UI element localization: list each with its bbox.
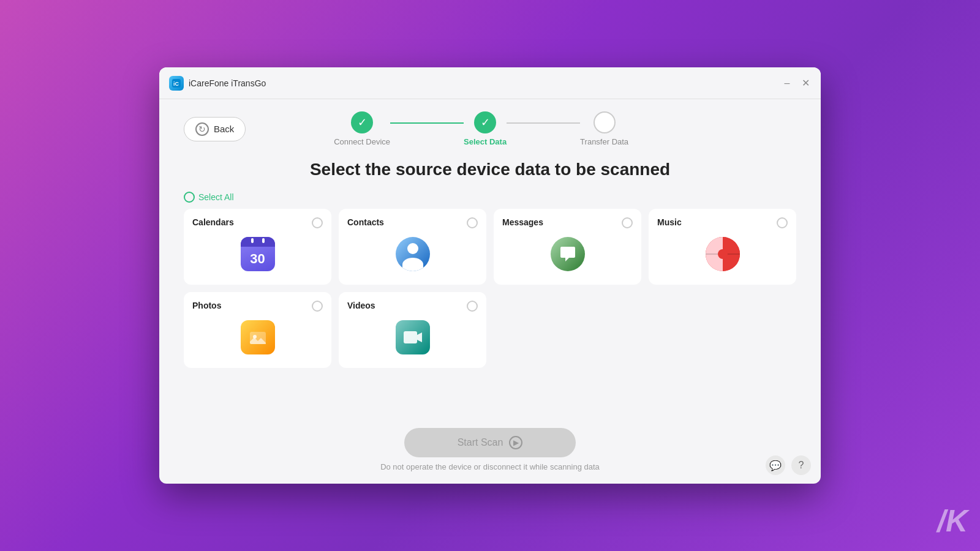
window-controls: – ✕ <box>782 78 811 89</box>
card-messages-label: Messages <box>502 217 543 228</box>
card-music-label: Music <box>657 217 682 228</box>
card-videos-header: Videos <box>347 301 478 312</box>
watermark: /K <box>937 503 968 539</box>
bottom-section: Start Scan ▶ Do not operate the device o… <box>184 428 796 471</box>
calendar-icon: 30 <box>239 236 276 272</box>
step-transfer-data: Transfer Data <box>580 111 628 146</box>
back-button[interactable]: ↻ Back <box>184 117 246 141</box>
connector-1 <box>390 122 464 124</box>
card-calendars-radio[interactable] <box>312 217 323 228</box>
disclaimer-text: Do not operate the device or disconnect … <box>380 462 600 471</box>
page-title: Select the source device data to be scan… <box>310 160 670 179</box>
select-all-row: Select All <box>184 192 796 203</box>
title-bar: iC iCareFone iTransGo – ✕ <box>159 67 821 99</box>
svg-rect-4 <box>404 331 417 343</box>
select-all-text: Select All <box>198 192 234 202</box>
card-photos-radio[interactable] <box>312 301 323 312</box>
card-photos-label: Photos <box>192 301 221 312</box>
card-messages[interactable]: Messages <box>494 209 641 285</box>
card-music-header: Music <box>657 217 788 228</box>
start-scan-label: Start Scan <box>458 437 503 448</box>
app-logo: iC <box>169 76 184 91</box>
step-select-data: ✓ Select Data <box>464 111 507 146</box>
card-messages-radio[interactable] <box>622 217 633 228</box>
minimize-button[interactable]: – <box>782 78 793 89</box>
step3-circle <box>594 111 616 133</box>
card-contacts-label: Contacts <box>347 217 384 228</box>
close-button[interactable]: ✕ <box>800 78 811 89</box>
card-contacts-header: Contacts <box>347 217 478 228</box>
start-scan-button[interactable]: Start Scan ▶ <box>404 428 576 457</box>
card-videos-radio[interactable] <box>467 301 478 312</box>
main-content: ↻ Back ✓ Connect Device ✓ Select Data <box>159 99 821 484</box>
app-title: iCareFone iTransGo <box>189 78 782 88</box>
card-music[interactable]: Music <box>649 209 796 285</box>
step1-label: Connect Device <box>334 137 390 146</box>
card-messages-header: Messages <box>502 217 633 228</box>
top-row: ↻ Back ✓ Connect Device ✓ Select Data <box>184 111 796 146</box>
back-circle-icon: ↻ <box>195 122 209 136</box>
back-label: Back <box>214 124 234 134</box>
chat-icon[interactable]: 💬 <box>766 455 785 475</box>
help-icon[interactable]: ? <box>791 455 811 475</box>
card-photos-header: Photos <box>192 301 323 312</box>
start-scan-icon: ▶ <box>509 436 522 449</box>
stepper: ✓ Connect Device ✓ Select Data Transfer … <box>246 111 717 146</box>
empty-card-2 <box>649 292 796 368</box>
step2-circle: ✓ <box>474 111 496 133</box>
messages-icon <box>549 236 586 272</box>
app-window: iC iCareFone iTransGo – ✕ ↻ Back ✓ Conne… <box>159 67 821 484</box>
select-all-label[interactable]: Select All <box>184 192 234 203</box>
step3-label: Transfer Data <box>580 137 628 146</box>
empty-card-1 <box>494 292 641 368</box>
card-videos-label: Videos <box>347 301 375 312</box>
card-contacts-radio[interactable] <box>467 217 478 228</box>
select-all-radio[interactable] <box>184 192 195 203</box>
card-calendars-label: Calendars <box>192 217 234 228</box>
step-connect-device: ✓ Connect Device <box>334 111 390 146</box>
contacts-icon <box>394 236 431 272</box>
card-photos[interactable]: Photos <box>184 292 331 368</box>
card-videos[interactable]: Videos <box>339 292 486 368</box>
music-icon <box>704 236 741 272</box>
card-music-radio[interactable] <box>777 217 788 228</box>
svg-text:iC: iC <box>173 81 179 87</box>
bottom-right-icons: 💬 ? <box>766 455 811 475</box>
card-contacts[interactable]: Contacts <box>339 209 486 285</box>
photos-icon <box>239 319 276 356</box>
step2-label: Select Data <box>464 137 507 146</box>
data-grid-row2: Photos Videos <box>184 292 796 368</box>
step1-circle: ✓ <box>351 111 373 133</box>
card-calendars-header: Calendars <box>192 217 323 228</box>
data-grid-row1: Calendars 30 Contacts <box>184 209 796 285</box>
card-calendars[interactable]: Calendars 30 <box>184 209 331 285</box>
connector-2 <box>507 122 580 124</box>
videos-icon <box>394 319 431 356</box>
